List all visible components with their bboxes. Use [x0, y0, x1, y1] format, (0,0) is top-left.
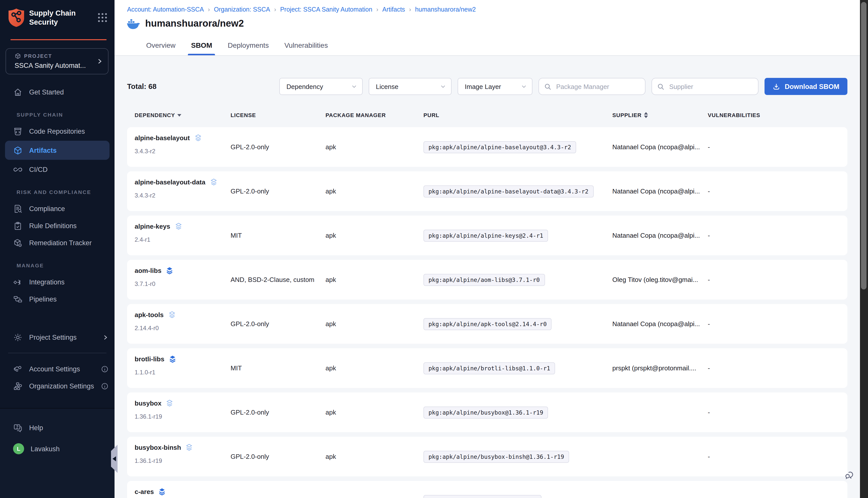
search-icon — [544, 83, 552, 90]
package-manager-search-input[interactable] — [555, 82, 640, 91]
sidebar-item-project-settings[interactable]: Project Settings — [0, 329, 115, 346]
download-sbom-button[interactable]: Download SBOM — [765, 78, 847, 95]
image-layer-filter-select[interactable]: Image Layer — [458, 78, 533, 95]
table-row[interactable]: apk-tools 2.14.4-r0 GPL-2.0-only apk pkg… — [127, 304, 847, 344]
purl-cell: pkg:apk/alpine/alpine-baselayout-data@3.… — [424, 185, 612, 197]
column-package-manager: PACKAGE MANAGER — [325, 112, 424, 118]
purl-value[interactable]: pkg:apk/alpine/apk-tools@2.14.4-r0 — [424, 318, 552, 330]
table-row[interactable]: c-ares MIT apk pkg:apk/alpine/c-ares@1.2… — [127, 481, 847, 498]
purl-value[interactable]: pkg:apk/alpine/busybox-binsh@1.36.1-r19 — [424, 450, 569, 462]
project-cube-icon — [15, 53, 21, 59]
project-selector[interactable]: PROJECT SSCA Sanity Automat... — [5, 48, 108, 74]
table-row[interactable]: alpine-keys 2.4-r1 MIT apk pkg:apk/alpin… — [127, 215, 847, 255]
purl-value[interactable]: pkg:apk/alpine/busybox@1.36.1-r19 — [424, 406, 548, 418]
table-row[interactable]: alpine-baselayout 3.4.3-r2 GPL-2.0-only … — [127, 127, 847, 167]
tab-sbom[interactable]: SBOM — [190, 41, 213, 55]
sort-desc-icon — [177, 114, 182, 116]
sidebar-nav: Get Started SUPPLY CHAIN Code Repositori… — [0, 83, 115, 394]
dependency-version: 1.1.0-r1 — [135, 369, 230, 376]
breadcrumb-organization[interactable]: Organization: SSCA — [214, 6, 270, 13]
chevron-right-icon — [102, 334, 108, 340]
license-cell: GPL-2.0-only — [230, 453, 325, 460]
page-title: humanshuarora/new2 — [145, 18, 244, 29]
package-manager-cell: apk — [325, 364, 424, 372]
app-window: Supply Chain Security PROJECT SSCA Sanit… — [0, 0, 868, 498]
table-row[interactable]: alpine-baselayout-data 3.4.3-r2 GPL-2.0-… — [127, 171, 847, 211]
sidebar-section-manage: MANAGE — [0, 262, 115, 268]
cube-wrench-icon — [13, 238, 23, 248]
sidebar-item-rule-definitions[interactable]: Rule Definitions — [0, 217, 115, 234]
package-manager-cell: apk — [325, 320, 424, 328]
dependency-version: 2.14.4-r0 — [135, 325, 230, 332]
chevron-down-icon — [440, 83, 446, 90]
breadcrumb-current[interactable]: humanshuarora/new2 — [415, 6, 476, 13]
table-row[interactable]: busybox 1.36.1-r19 GPL-2.0-only apk pkg:… — [127, 392, 847, 432]
sidebar-item-account-settings[interactable]: Account Settings — [0, 360, 115, 377]
vulnerabilities-cell: - — [708, 364, 847, 372]
package-manager-search — [539, 78, 646, 95]
table-row[interactable]: busybox-binsh 1.36.1-r19 GPL-2.0-only ap… — [127, 437, 847, 476]
package-manager-cell: apk — [325, 143, 424, 151]
sidebar-item-integrations[interactable]: Integrations — [0, 273, 115, 290]
sidebar-item-organization-settings[interactable]: Organization Settings — [0, 377, 115, 394]
help-chat-icon — [13, 423, 23, 432]
purl-value[interactable]: pkg:apk/alpine/alpine-baselayout-data@3.… — [424, 185, 593, 197]
user-name: Lavakush — [31, 445, 60, 453]
sidebar-item-cicd[interactable]: CI/CD — [0, 161, 115, 178]
pipelines-icon — [13, 294, 23, 304]
license-cell: GPL-2.0-only — [230, 187, 325, 195]
chevron-down-icon — [521, 83, 527, 90]
layers-outline-icon — [168, 311, 176, 319]
purl-value[interactable]: pkg:apk/alpine/alpine-baselayout@3.4.3-r… — [424, 141, 576, 153]
tab-overview[interactable]: Overview — [145, 41, 176, 55]
purl-value[interactable]: pkg:apk/alpine/alpine-keys@2.4-r1 — [424, 230, 548, 241]
sidebar-item-user[interactable]: L Lavakush — [0, 438, 115, 460]
tab-vulnerabilities[interactable]: Vulnerabilities — [283, 41, 329, 55]
sidebar-item-artifacts[interactable]: Artifacts — [5, 141, 109, 160]
info-icon — [101, 382, 108, 390]
license-filter-select[interactable]: License — [369, 78, 452, 95]
dependency-cell: alpine-baselayout 3.4.3-r2 — [135, 127, 230, 155]
page-scrollbar[interactable] — [860, 0, 868, 498]
vulnerabilities-cell: - — [708, 320, 847, 328]
tab-deployments[interactable]: Deployments — [227, 41, 270, 55]
dependency-cell: brotli-libs 1.1.0-r1 — [135, 348, 230, 376]
package-manager-cell: apk — [325, 232, 424, 239]
infinity-icon — [13, 165, 23, 174]
purl-cell: pkg:apk/alpine/busybox-binsh@1.36.1-r19 — [424, 450, 612, 462]
dependency-cell: alpine-baselayout-data 3.4.3-r2 — [135, 171, 230, 199]
supplier-cell: Natanael Copa (ncopa@alpi... — [612, 143, 708, 151]
sidebar-item-help[interactable]: Help — [0, 418, 115, 438]
vulnerabilities-cell: - — [708, 497, 847, 498]
license-cell: AND, BSD-2-Clause, custom — [230, 276, 325, 284]
sidebar-item-code-repositories[interactable]: Code Repositories — [0, 122, 115, 140]
toolbar: Total: 68 Dependency License Image Layer — [127, 78, 847, 95]
supplier-search-input[interactable] — [668, 82, 753, 91]
breadcrumb-project[interactable]: Project: SSCA Sanity Automation — [280, 6, 372, 13]
sidebar-item-pipelines[interactable]: Pipelines — [0, 290, 115, 307]
package-manager-cell: apk — [325, 187, 424, 195]
purl-cell: pkg:apk/alpine/brotli-libs@1.1.0-r1 — [424, 362, 612, 374]
sidebar-item-get-started[interactable]: Get Started — [0, 83, 115, 101]
column-dependency[interactable]: DEPENDENCY — [135, 112, 230, 118]
column-supplier[interactable]: SUPPLIER — [612, 112, 708, 118]
scrollbar-thumb[interactable] — [861, 2, 867, 289]
dependency-filter-select[interactable]: Dependency — [280, 78, 363, 95]
supplier-cell: Oleg Titov (oleg.titov@gmai... — [612, 276, 708, 284]
sidebar-item-compliance[interactable]: Compliance — [0, 200, 115, 217]
table-row[interactable]: brotli-libs 1.1.0-r1 MIT apk pkg:apk/alp… — [127, 348, 847, 388]
dependency-cell: busybox-binsh 1.36.1-r19 — [135, 437, 230, 464]
chat-support-icon[interactable] — [844, 470, 855, 480]
sort-icon — [644, 112, 648, 118]
purl-value[interactable]: pkg:apk/alpine/c-ares@1.27.0-r0 — [424, 495, 541, 498]
breadcrumb-account[interactable]: Account: Automation-SSCA — [127, 6, 204, 13]
module-grid-icon[interactable] — [97, 8, 107, 23]
sidebar-section-supply-chain: SUPPLY CHAIN — [0, 112, 115, 118]
purl-value[interactable]: pkg:apk/alpine/aom-libs@3.7.1-r0 — [424, 274, 545, 286]
table-row[interactable]: aom-libs 3.7.1-r0 AND, BSD-2-Clause, cus… — [127, 260, 847, 300]
sidebar-item-remediation-tracker[interactable]: Remediation Tracker — [0, 234, 115, 251]
dependency-cell: c-ares — [135, 481, 230, 498]
dependency-name: aom-libs — [135, 267, 161, 274]
breadcrumb-artifacts[interactable]: Artifacts — [382, 6, 405, 13]
purl-value[interactable]: pkg:apk/alpine/brotli-libs@1.1.0-r1 — [424, 362, 555, 374]
